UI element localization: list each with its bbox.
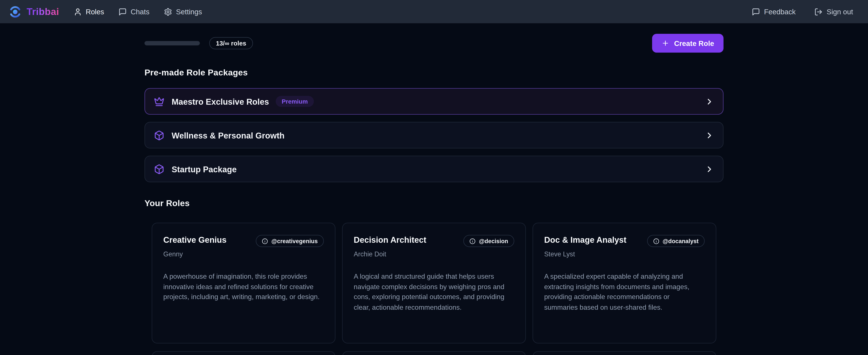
roles-toolbar: 13/∞ roles Create Role [145,34,723,53]
role-card-title: Creative Genius [163,235,226,245]
sign-out-label: Sign out [827,7,853,16]
package-list: Maestro Exclusive Roles Premium Wellness… [145,88,723,182]
role-handle: @creativegenius [271,238,318,244]
chevron-right-icon [705,97,714,106]
user-icon [73,7,82,16]
package-icon [154,130,164,141]
role-card-subtitle: Genny [163,250,324,258]
feedback-button[interactable]: Feedback [752,7,796,16]
package-title: Startup Package [172,164,237,174]
primary-nav: Roles Chats Settings [73,7,202,16]
role-card-description: A logical and structured guide that help… [354,271,514,313]
role-card-description: A powerhouse of imagination, this role p… [163,271,324,302]
chat-bubble-icon [119,7,127,16]
chevron-right-icon [705,164,714,174]
main-content: 13/∞ roles Create Role Pre-made Role Pac… [0,23,868,355]
nav-item-settings[interactable]: Settings [164,7,202,16]
role-card-creative-genius[interactable]: Creative Genius @creativegenius Genny A … [152,223,336,344]
role-card-partial[interactable] [532,351,716,355]
role-card-description: A specialized expert capable of analyzin… [544,271,705,313]
role-cards-grid: Creative Genius @creativegenius Genny A … [145,223,723,355]
nav-item-label: Settings [176,7,202,16]
package-title: Maestro Exclusive Roles [172,97,269,106]
brand-name: Tribbai [27,6,59,18]
package-row-startup[interactable]: Startup Package [145,156,723,182]
roles-count-badge: 13/∞ roles [209,37,253,49]
nav-item-label: Chats [131,7,149,16]
sign-out-button[interactable]: Sign out [814,7,853,16]
info-icon [262,238,268,244]
role-card-partial[interactable] [152,351,336,355]
package-row-wellness[interactable]: Wellness & Personal Growth [145,122,723,148]
packages-section-heading: Pre-made Role Packages [145,68,723,78]
chat-bubble-icon [752,7,760,16]
your-roles-heading: Your Roles [145,198,723,208]
role-card-doc-image-analyst[interactable]: Doc & Image Analyst @docanalyst Steve Ly… [532,223,716,344]
nav-item-chats[interactable]: Chats [119,7,149,16]
nav-item-label: Roles [86,7,104,16]
crown-icon [154,96,164,107]
feedback-label: Feedback [764,7,796,16]
info-icon [469,238,475,244]
package-title: Wellness & Personal Growth [172,130,284,140]
create-role-button[interactable]: Create Role [652,34,723,53]
chevron-right-icon [705,130,714,140]
role-handle-badge[interactable]: @docanalyst [647,235,705,247]
role-handle-badge[interactable]: @creativegenius [256,235,324,247]
role-handle-badge[interactable]: @decision [463,235,514,247]
brand-logo-home-link[interactable]: Tribbai [9,5,59,18]
role-card-partial[interactable] [342,351,526,355]
app-root: Tribbai Roles Chats Settings Feedback [0,0,868,355]
role-card-subtitle: Archie Doit [354,250,514,258]
package-icon [154,164,164,174]
role-card-title: Doc & Image Analyst [544,235,626,245]
role-handle: @decision [479,238,508,244]
package-row-maestro[interactable]: Maestro Exclusive Roles Premium [145,88,723,115]
nav-right-group: Feedback Sign out [752,7,853,16]
logout-icon [814,7,823,16]
nav-item-roles[interactable]: Roles [73,7,104,16]
role-card-subtitle: Steve Lyst [544,250,705,258]
role-card-title: Decision Architect [354,235,426,245]
top-navbar: Tribbai Roles Chats Settings Feedback [0,0,868,23]
roles-quota-progress-bar [145,41,200,45]
premium-badge: Premium [276,96,314,107]
gear-icon [164,7,172,16]
plus-icon [661,39,669,47]
role-card-decision-architect[interactable]: Decision Architect @decision Archie Doit… [342,223,526,344]
tribbai-logo-icon [9,5,22,18]
role-handle: @docanalyst [662,238,699,244]
create-role-label: Create Role [674,39,714,47]
info-icon [653,238,659,244]
